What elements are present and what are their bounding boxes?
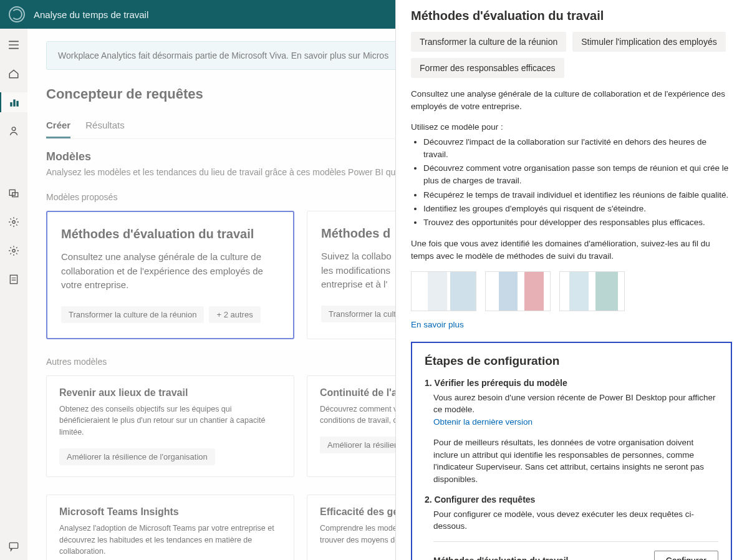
card-desc: Analysez l'adoption de Microsoft Teams p… [59,523,281,558]
step-1-text2: Pour de meilleurs résultats, les données… [425,437,718,485]
data-sources-icon[interactable] [0,183,27,203]
thumbnails [411,271,732,311]
person-icon[interactable] [0,121,27,141]
app-logo-icon [9,6,25,22]
query-name: Méthodes d'évaluation du travail [433,556,568,560]
step-2-text: Pour configurer ce modèle, vous devez ex… [425,508,718,533]
app-title: Analyse du temps de travail [34,9,148,20]
configure-button[interactable]: Configurer [654,551,718,560]
svg-rect-9 [9,543,18,548]
step-1-heading: 1. Vérifier les prérequis du modèle [425,378,718,388]
panel-intro: Consultez une analyse générale de la cul… [411,88,732,112]
svg-rect-1 [13,100,15,107]
svg-point-7 [12,249,16,253]
panel-tags: Transformer la culture de la réunion Sti… [411,32,732,78]
svg-point-6 [12,221,16,224]
settings-icon[interactable] [0,212,27,232]
panel-tag: Former des responsables efficaces [411,58,564,78]
card-title: Microsoft Teams Insights [59,506,281,518]
svg-rect-0 [10,102,12,107]
thumbnail-3[interactable] [559,271,625,311]
bullet: Identifiez les groupes d'employés qui ri… [423,203,732,215]
template-card-teams[interactable]: Microsoft Teams Insights Analysez l'adop… [46,495,294,560]
thumbnail-1[interactable] [411,271,476,311]
bullet: Découvrez l'impact de la collaboration s… [423,136,732,162]
card-tag: Transformer la culture de la réunion [61,306,204,323]
panel-scroll[interactable]: Méthodes d'évaluation du travail Transfo… [396,0,747,560]
steps-title: Étapes de configuration [425,354,718,368]
panel-tag: Stimuler l'implication des employés [572,32,725,52]
svg-rect-2 [16,101,18,107]
home-icon[interactable] [0,64,27,84]
panel-outro: Une fois que vous avez identifié les dom… [411,238,732,262]
card-title: Revenir aux lieux de travail [59,387,281,398]
template-card-evaluation[interactable]: Méthodes d'évaluation du travail Consult… [46,211,294,339]
card-tag: Améliorer la résilience de l'organisatio… [59,448,215,465]
query-row: Méthodes d'évaluation du travail Configu… [433,541,718,560]
thumbnail-2[interactable] [485,271,551,311]
analytics-icon[interactable] [0,92,27,112]
tab-results[interactable]: Résultats [85,116,125,138]
step-2-heading: 2. Configurer des requêtes [425,495,718,504]
bullet: Découvrez comment votre organisation pas… [423,162,732,188]
card-desc: Obtenez des conseils objectifs sur les é… [59,403,281,438]
card-tag-more: + 2 autres [209,306,260,323]
document-icon[interactable] [0,269,27,289]
get-latest-link[interactable]: Obtenir la dernière version [433,417,533,427]
bullet: Récupérez le temps de travail individuel… [423,189,732,201]
details-panel: Méthodes d'évaluation du travail Transfo… [395,0,747,560]
tab-create[interactable]: Créer [46,116,70,138]
card-tag: Améliorer la résilien [320,437,406,453]
svg-rect-8 [10,275,17,284]
menu-toggle-icon[interactable] [0,35,27,55]
sidebar [0,29,27,560]
svg-point-3 [12,127,16,131]
card-title: Méthodes d'évaluation du travail [61,227,279,241]
feedback-icon[interactable] [0,536,27,556]
learn-more-link[interactable]: En savoir plus [411,320,732,329]
panel-bullets: Découvrez l'impact de la collaboration s… [411,136,732,229]
card-desc: Consultez une analyse générale de la cul… [61,250,279,292]
setup-steps: Étapes de configuration 1. Vérifier les … [411,342,732,560]
panel-tag: Transformer la culture de la réunion [411,32,566,52]
panel-usefor: Utilisez ce modèle pour : [411,121,732,133]
template-card-return[interactable]: Revenir aux lieux de travail Obtenez des… [46,375,294,477]
step-1-text: Vous aurez besoin d'une version récente … [433,393,716,415]
bullet: Trouvez des opportunités pour développer… [423,216,732,229]
panel-title: Méthodes d'évaluation du travail [411,9,732,23]
settings-2-icon[interactable] [0,241,27,261]
